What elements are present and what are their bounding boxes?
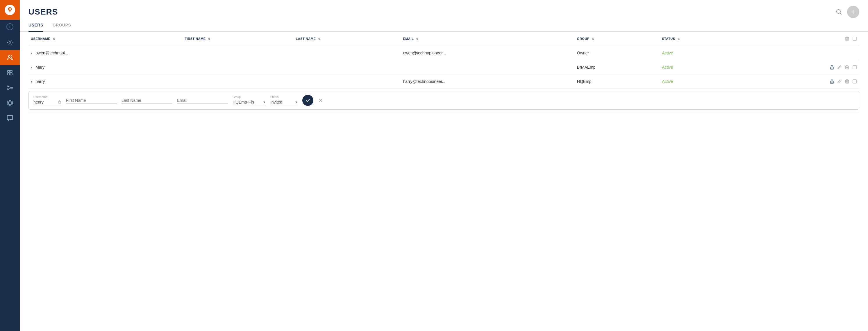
cell-firstname <box>182 46 293 60</box>
svg-line-17 <box>840 13 842 15</box>
delete-icon[interactable] <box>845 65 849 69</box>
status-select[interactable]: Invited Active Inactive <box>270 100 293 104</box>
group-label: Group <box>232 95 266 99</box>
email-input[interactable] <box>177 97 228 103</box>
svg-point-1 <box>9 8 10 9</box>
svg-line-13 <box>8 88 11 89</box>
cell-group: BrMAEmp <box>575 60 659 74</box>
lock-icon[interactable] <box>830 79 834 84</box>
sort-username-icon: ⇅ <box>53 37 55 40</box>
row-expand-icon[interactable]: › <box>31 51 32 55</box>
header-checkbox-icon <box>852 36 857 41</box>
cell-username: › owen@technopi... <box>29 46 182 60</box>
svg-point-3 <box>9 41 11 43</box>
tab-groups[interactable]: GROUPS <box>53 23 71 32</box>
col-lastname[interactable]: LAST NAME ⇅ <box>293 32 401 46</box>
cell-group: HQEmp <box>575 74 659 89</box>
col-firstname[interactable]: FIRST NAME ⇅ <box>182 32 293 46</box>
lastname-input[interactable] <box>122 97 173 103</box>
sort-status-icon: ⇅ <box>677 37 680 40</box>
col-username[interactable]: USERNAME ⇅ <box>29 32 182 46</box>
col-group[interactable]: GROUP ⇅ <box>575 32 659 46</box>
svg-rect-21 <box>853 37 856 40</box>
sidebar-item-settings[interactable] <box>0 35 20 50</box>
cell-lastname <box>293 60 401 74</box>
svg-rect-30 <box>58 101 61 103</box>
edit-icon[interactable] <box>837 79 842 84</box>
cell-email <box>401 60 575 74</box>
username-edit-label: Username <box>33 95 61 99</box>
svg-rect-25 <box>853 65 856 69</box>
users-table: USERNAME ⇅ FIRST NAME ⇅ LAST NAME ⇅ EMAI… <box>29 32 859 112</box>
firstname-input[interactable] <box>66 97 117 103</box>
status-label: Status <box>270 95 298 99</box>
svg-point-11 <box>11 87 12 88</box>
svg-rect-20 <box>846 37 848 40</box>
sidebar-item-messages[interactable] <box>0 111 20 126</box>
sidebar-item-integrations[interactable] <box>0 65 20 80</box>
svg-rect-7 <box>7 73 9 75</box>
svg-point-16 <box>837 9 840 13</box>
col-email[interactable]: EMAIL ⇅ <box>401 32 575 46</box>
tab-users[interactable]: USERS <box>29 23 43 32</box>
cell-lastname <box>293 74 401 89</box>
svg-point-9 <box>7 86 8 87</box>
svg-point-27 <box>832 82 832 83</box>
sidebar-item-network[interactable] <box>0 95 20 111</box>
sort-lastname-icon: ⇅ <box>318 37 321 40</box>
sidebar: › <box>0 0 20 331</box>
edit-icon[interactable] <box>837 65 842 69</box>
status-edit-group: Status Invited Active Inactive ▼ <box>270 95 298 105</box>
header-actions <box>835 6 859 18</box>
cancel-button[interactable] <box>318 98 323 103</box>
cell-firstname <box>182 74 293 89</box>
checkbox-icon[interactable] <box>852 65 857 69</box>
svg-point-23 <box>832 68 832 68</box>
username-input[interactable] <box>33 99 57 105</box>
page-title: USERS <box>29 7 58 17</box>
table-body: › owen@technopi... owen@technopioneer...… <box>29 46 859 112</box>
header-delete-icon <box>845 36 849 41</box>
table-row: › owen@technopi... owen@technopioneer...… <box>29 46 859 60</box>
svg-rect-26 <box>831 81 833 84</box>
username-lock-icon <box>58 100 61 104</box>
col-status[interactable]: STATUS ⇅ <box>659 32 742 46</box>
svg-marker-15 <box>8 101 11 105</box>
confirm-button[interactable] <box>302 95 313 106</box>
add-user-button[interactable] <box>847 6 859 18</box>
checkbox-icon[interactable] <box>852 79 857 84</box>
svg-rect-28 <box>846 80 848 83</box>
app-logo <box>0 0 20 20</box>
lastname-edit-group <box>122 97 173 103</box>
group-dropdown-icon: ▼ <box>263 101 266 104</box>
svg-rect-24 <box>846 66 848 69</box>
sidebar-item-pipelines[interactable] <box>0 80 20 95</box>
cell-email: harry@technopioneer... <box>401 74 575 89</box>
delete-icon[interactable] <box>845 79 849 84</box>
svg-rect-29 <box>853 80 856 83</box>
svg-rect-22 <box>831 67 833 69</box>
svg-point-10 <box>7 89 8 90</box>
search-button[interactable] <box>835 8 842 16</box>
toggle-icon: › <box>6 23 13 30</box>
cell-status: Active <box>659 46 742 60</box>
edit-row: Username <box>29 89 859 112</box>
inline-edit-form: Username <box>29 91 859 110</box>
page-header: USERS <box>20 0 868 18</box>
svg-rect-5 <box>7 70 9 72</box>
group-select-field: HQEmp-Fin HQEmp BrMAEmp Owner ▼ <box>232 99 266 105</box>
group-select[interactable]: HQEmp-Fin HQEmp BrMAEmp Owner <box>232 100 261 104</box>
cell-actions <box>742 60 859 74</box>
group-edit-group: Group HQEmp-Fin HQEmp BrMAEmp Owner ▼ <box>232 95 266 105</box>
row-expand-icon[interactable]: › <box>31 80 32 84</box>
cell-username: › harry <box>29 74 182 89</box>
sidebar-item-users[interactable] <box>0 50 20 65</box>
svg-point-4 <box>8 56 10 57</box>
cell-username: › Mary <box>29 60 182 74</box>
status-dropdown-icon: ▼ <box>295 101 298 104</box>
lock-icon[interactable] <box>830 65 834 69</box>
status-select-field: Invited Active Inactive ▼ <box>270 99 298 105</box>
row-expand-icon[interactable]: › <box>31 65 32 69</box>
sidebar-toggle[interactable]: › <box>0 21 20 33</box>
cell-status: Active <box>659 74 742 89</box>
